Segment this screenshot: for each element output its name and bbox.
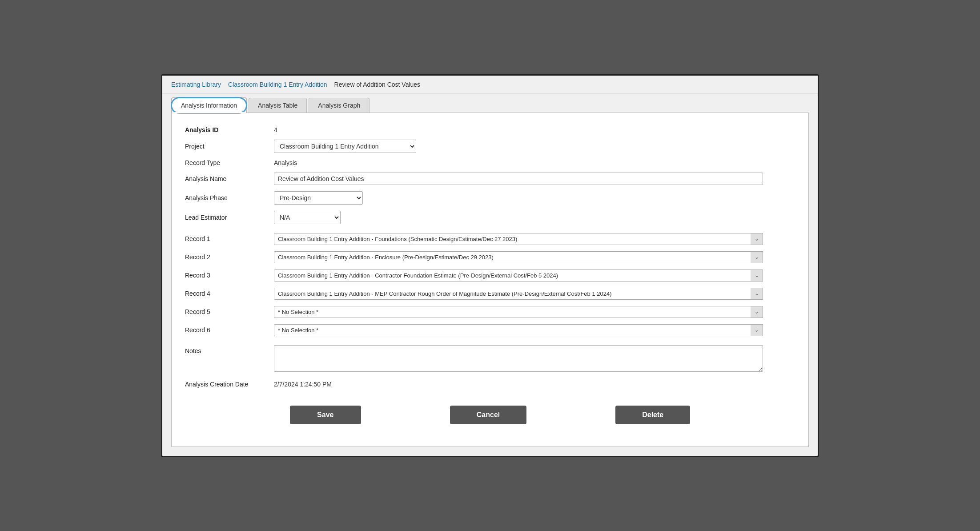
delete-button[interactable]: Delete bbox=[615, 406, 690, 424]
record5-row: Record 5 * No Selection * ⌄ bbox=[185, 306, 795, 318]
project-label: Project bbox=[185, 143, 274, 150]
breadcrumb-current: Review of Addition Cost Values bbox=[334, 81, 421, 88]
breadcrumb-link-project[interactable]: Classroom Building 1 Entry Addition bbox=[228, 81, 327, 88]
record4-row: Record 4 Classroom Building 1 Entry Addi… bbox=[185, 288, 795, 300]
content-area: Analysis ID 4 Project Classroom Building… bbox=[171, 113, 809, 447]
creation-date-label: Analysis Creation Date bbox=[185, 381, 274, 388]
analysis-phase-select[interactable]: Pre-Design bbox=[274, 191, 363, 205]
lead-estimator-row: Lead Estimator N/A bbox=[185, 211, 795, 224]
record6-select[interactable]: * No Selection * bbox=[274, 324, 763, 336]
breadcrumb: Estimating Library Classroom Building 1 … bbox=[162, 76, 818, 94]
record4-select-container: Classroom Building 1 Entry Addition - ME… bbox=[274, 288, 763, 300]
tab-analysis-information[interactable]: Analysis Information bbox=[171, 97, 247, 113]
lead-estimator-label: Lead Estimator bbox=[185, 214, 274, 221]
record4-select[interactable]: Classroom Building 1 Entry Addition - ME… bbox=[274, 288, 763, 300]
analysis-phase-row: Analysis Phase Pre-Design bbox=[185, 191, 795, 205]
analysis-phase-label: Analysis Phase bbox=[185, 194, 274, 201]
record2-row: Record 2 Classroom Building 1 Entry Addi… bbox=[185, 251, 795, 263]
record3-row: Record 3 Classroom Building 1 Entry Addi… bbox=[185, 270, 795, 282]
record2-select[interactable]: Classroom Building 1 Entry Addition - En… bbox=[274, 251, 763, 263]
notes-row: Notes bbox=[185, 345, 795, 372]
buttons-bar: Save Cancel Delete bbox=[185, 406, 795, 433]
record1-select[interactable]: Classroom Building 1 Entry Addition - Fo… bbox=[274, 233, 763, 245]
record-type-label: Record Type bbox=[185, 159, 274, 166]
record-type-value: Analysis bbox=[274, 159, 297, 166]
record6-label: Record 6 bbox=[185, 326, 274, 334]
record6-row: Record 6 * No Selection * ⌄ bbox=[185, 324, 795, 336]
creation-date-value: 2/7/2024 1:24:50 PM bbox=[274, 381, 332, 388]
analysis-id-value: 4 bbox=[274, 126, 277, 133]
notes-label: Notes bbox=[185, 345, 274, 354]
save-button[interactable]: Save bbox=[290, 406, 361, 424]
analysis-name-label: Analysis Name bbox=[185, 175, 274, 182]
record2-label: Record 2 bbox=[185, 253, 274, 261]
record3-select-container: Classroom Building 1 Entry Addition - Co… bbox=[274, 270, 763, 282]
project-select[interactable]: Classroom Building 1 Entry Addition bbox=[274, 140, 416, 153]
analysis-name-row: Analysis Name bbox=[185, 173, 795, 185]
tab-analysis-table[interactable]: Analysis Table bbox=[249, 98, 307, 113]
record-type-row: Record Type Analysis bbox=[185, 159, 795, 166]
creation-date-row: Analysis Creation Date 2/7/2024 1:24:50 … bbox=[185, 381, 795, 388]
record5-select-container: * No Selection * ⌄ bbox=[274, 306, 763, 318]
record3-label: Record 3 bbox=[185, 272, 274, 279]
lead-estimator-select[interactable]: N/A bbox=[274, 211, 341, 224]
project-row: Project Classroom Building 1 Entry Addit… bbox=[185, 140, 795, 153]
record1-row: Record 1 Classroom Building 1 Entry Addi… bbox=[185, 233, 795, 245]
analysis-name-input[interactable] bbox=[274, 173, 763, 185]
record4-label: Record 4 bbox=[185, 290, 274, 297]
breadcrumb-link-library[interactable]: Estimating Library bbox=[171, 81, 221, 88]
tabs-bar: Analysis Information Analysis Table Anal… bbox=[162, 94, 818, 113]
record3-select[interactable]: Classroom Building 1 Entry Addition - Co… bbox=[274, 270, 763, 282]
record1-label: Record 1 bbox=[185, 235, 274, 242]
record6-select-container: * No Selection * ⌄ bbox=[274, 324, 763, 336]
tab-analysis-graph[interactable]: Analysis Graph bbox=[309, 98, 370, 113]
record5-select[interactable]: * No Selection * bbox=[274, 306, 763, 318]
record2-select-container: Classroom Building 1 Entry Addition - En… bbox=[274, 251, 763, 263]
record5-label: Record 5 bbox=[185, 308, 274, 315]
main-window: Estimating Library Classroom Building 1 … bbox=[161, 74, 819, 457]
cancel-button[interactable]: Cancel bbox=[450, 406, 526, 424]
analysis-id-row: Analysis ID 4 bbox=[185, 126, 795, 133]
analysis-id-label: Analysis ID bbox=[185, 126, 274, 133]
notes-textarea[interactable] bbox=[274, 345, 763, 372]
record1-select-container: Classroom Building 1 Entry Addition - Fo… bbox=[274, 233, 763, 245]
